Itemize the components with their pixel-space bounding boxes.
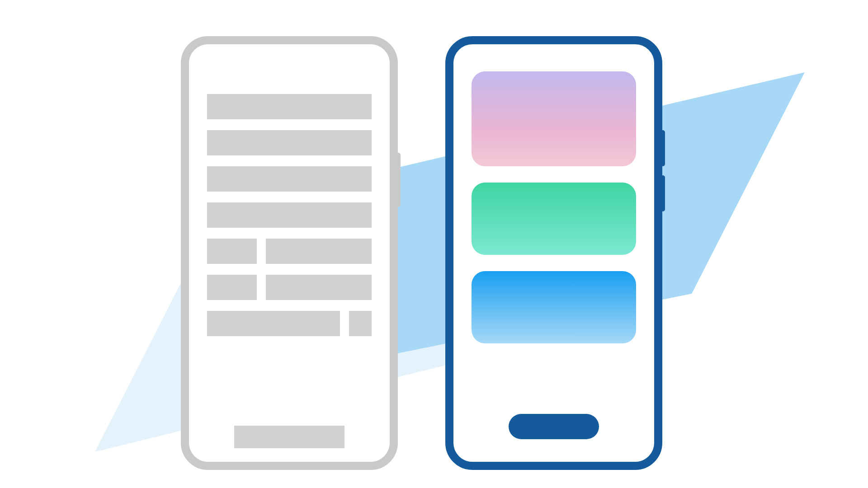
gradient-card-purple [472,71,636,166]
wireframe-row [207,275,372,300]
wireframe-bar [207,94,372,119]
wireframe-bar [207,275,257,300]
gradient-card-blue [472,271,636,343]
wireframe-bottom-bar [234,426,344,448]
wireframe-row [207,239,372,264]
background-band [0,0,868,488]
wireframe-bar [266,239,372,264]
colorful-screen [472,71,636,448]
phone-colorful [445,36,662,470]
wireframe-row [207,311,372,336]
phone-side-button [660,130,665,166]
wireframe-screen [207,94,372,448]
phone-side-button [396,153,401,207]
wireframe-bar [207,239,257,264]
phone-side-button [660,175,665,211]
wireframe-bar [266,275,372,300]
gradient-card-teal [472,183,636,255]
wireframe-bar [207,202,372,228]
wireframe-bar [207,130,372,155]
wireframe-bar [349,311,372,336]
primary-button-pill [509,414,599,439]
wireframe-bar [207,166,372,192]
wireframe-bar [207,311,340,336]
illustration-stage [0,0,868,488]
phone-wireframe [181,36,398,470]
